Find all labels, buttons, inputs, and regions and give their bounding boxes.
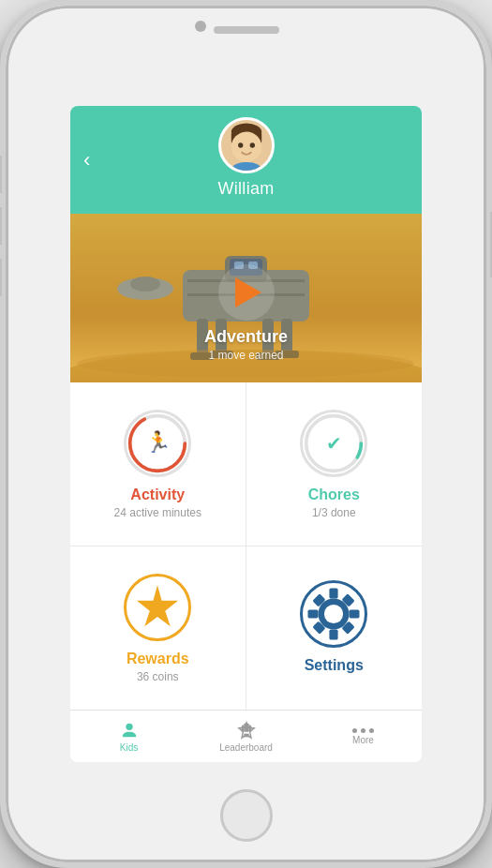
svg-marker-33 — [137, 585, 178, 626]
adventure-text-block: Adventure 1 move earned — [70, 327, 422, 362]
svg-text:🏃: 🏃 — [145, 428, 171, 454]
svg-point-6 — [249, 142, 254, 147]
phone-camera — [195, 21, 206, 32]
phone-frame: ‹ — [0, 0, 492, 868]
chores-icon-circle: ✔ — [300, 410, 367, 477]
rewards-star-icon — [127, 574, 188, 641]
tab-bar: Kids Leaderboard — [70, 710, 422, 762]
chores-label: Chores — [308, 486, 360, 503]
settings-cell[interactable]: Settings — [246, 546, 423, 710]
svg-point-44 — [126, 724, 132, 730]
more-dots-icon — [352, 728, 374, 733]
chores-progress-ring: ✔ — [303, 410, 365, 477]
avatar — [218, 117, 275, 173]
activity-progress-ring: 🏃 — [127, 410, 188, 477]
chores-cell[interactable]: ✔ Chores 1/3 done — [246, 382, 423, 546]
kids-icon — [119, 720, 140, 741]
svg-point-4 — [231, 132, 261, 162]
leaderboard-icon — [236, 720, 257, 741]
adventure-subtitle: 1 move earned — [70, 349, 422, 362]
svg-point-5 — [238, 142, 243, 147]
back-button[interactable]: ‹ — [83, 148, 90, 172]
play-button[interactable] — [218, 264, 275, 321]
play-icon — [235, 277, 261, 307]
tab-kids[interactable]: Kids — [70, 711, 187, 762]
tab-more[interactable]: More — [305, 711, 422, 762]
volume-down-button — [0, 207, 2, 245]
settings-label: Settings — [305, 657, 364, 674]
tab-leaderboard-label: Leaderboard — [219, 742, 273, 753]
activity-icon-circle: 🏃 — [124, 410, 191, 477]
tab-leaderboard[interactable]: Leaderboard — [187, 711, 305, 762]
home-button[interactable] — [220, 789, 273, 842]
rewards-cell[interactable]: Rewards 36 coins — [70, 546, 246, 710]
chores-sub: 1/3 done — [312, 506, 356, 519]
svg-point-23 — [130, 277, 160, 292]
settings-icon-circle — [300, 580, 367, 648]
svg-rect-35 — [330, 629, 338, 639]
phone-speaker — [214, 26, 279, 34]
dashboard-grid: 🏃 Activity 24 active minutes ✔ — [70, 382, 422, 710]
svg-rect-36 — [308, 609, 319, 618]
phone-screen: ‹ — [70, 106, 422, 762]
profile-header: ‹ — [70, 106, 422, 214]
settings-gear-icon — [303, 580, 365, 648]
mute-button — [0, 259, 2, 296]
svg-rect-45 — [244, 734, 249, 736]
svg-text:✔: ✔ — [326, 433, 342, 454]
activity-label: Activity — [130, 486, 185, 503]
tab-kids-label: Kids — [120, 742, 138, 753]
svg-rect-47 — [244, 724, 249, 732]
rewards-sub: 36 coins — [137, 670, 179, 683]
activity-sub: 24 active minutes — [114, 506, 201, 519]
svg-rect-37 — [350, 609, 360, 618]
rewards-icon-circle — [124, 574, 191, 641]
volume-up-button — [0, 156, 2, 193]
adventure-title: Adventure — [70, 327, 422, 347]
svg-rect-46 — [243, 736, 249, 738]
svg-rect-34 — [330, 588, 338, 598]
svg-point-43 — [324, 604, 343, 622]
tab-more-label: More — [352, 735, 374, 745]
adventure-banner[interactable]: Adventure 1 move earned — [70, 214, 422, 382]
adventure-background: Adventure 1 move earned — [70, 214, 422, 382]
activity-cell[interactable]: 🏃 Activity 24 active minutes — [70, 382, 246, 546]
avatar-image — [221, 120, 272, 171]
rewards-label: Rewards — [127, 651, 189, 667]
user-name: William — [217, 179, 274, 199]
